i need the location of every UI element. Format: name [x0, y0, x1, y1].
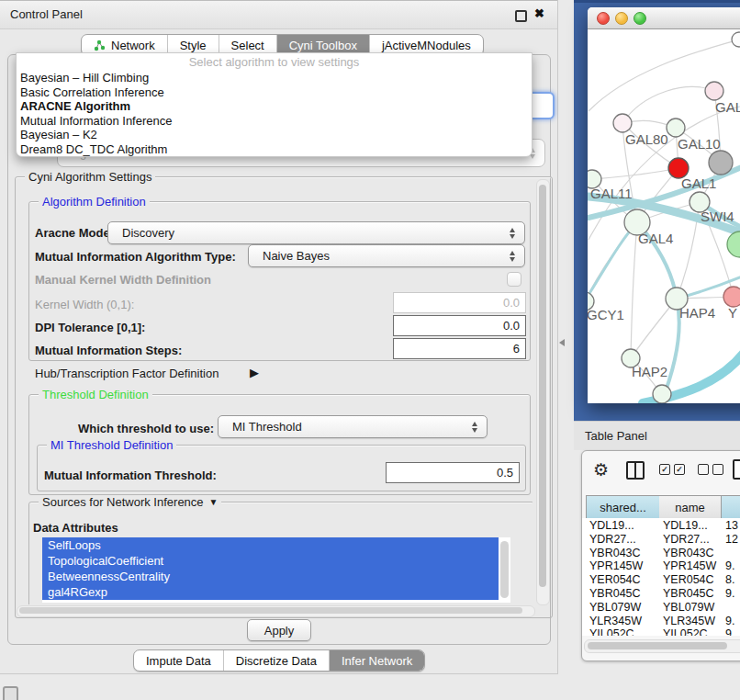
network-node-labels: GAL GAL80 GAL10 GAL1 GAL11 SWI4 GAL4 GCY…: [588, 99, 740, 379]
node-gray[interactable]: [709, 151, 733, 175]
table-row[interactable]: YBR043CYBR043C: [582, 547, 740, 560]
tab-impute-data[interactable]: Impute Data: [134, 650, 223, 671]
window-close-icon[interactable]: [597, 12, 610, 25]
attributes-scrollbar-thumb[interactable]: [500, 541, 509, 598]
mi-threshold-field[interactable]: 0.5: [386, 462, 520, 483]
algorithm-option[interactable]: Bayesian – K2: [17, 128, 532, 142]
mi-steps-field[interactable]: 6: [393, 338, 526, 359]
tab-infer-network[interactable]: Infer Network: [329, 650, 424, 671]
algorithm-definition-title: Algorithm Definition: [39, 195, 150, 209]
node-salmon[interactable]: [723, 287, 740, 307]
manual-kernel-checkbox[interactable]: [507, 272, 521, 287]
algorithm-option-selected[interactable]: ARACNE Algorithm: [17, 99, 532, 114]
mi-type-combobox[interactable]: Naive Bayes: [248, 244, 525, 267]
network-tab-icon: [94, 40, 106, 51]
node-label: GAL80: [625, 131, 668, 147]
split-columns-icon[interactable]: [626, 461, 645, 480]
kernel-width-label: Kernel Width (0,1):: [35, 298, 134, 311]
algorithm-placeholder: Select algorithm to view settings: [17, 53, 532, 71]
which-threshold-value: MI Threshold: [232, 420, 302, 434]
dpi-tolerance-label: DPI Tolerance [0,1]:: [35, 321, 145, 334]
aracne-mode-combobox[interactable]: Discovery: [107, 221, 525, 244]
tab-discretize-data[interactable]: Discretize Data: [223, 650, 329, 671]
unchecked-checkbox-icon[interactable]: [712, 464, 723, 475]
algorithm-option[interactable]: Mutual Information Inference: [17, 114, 532, 129]
table-row[interactable]: YBL079WYBL079W: [582, 601, 740, 615]
attribute-item[interactable]: TopologicalCoefficient: [42, 553, 499, 569]
table-panel-title: Table Panel: [585, 429, 647, 443]
settings-vscrollbar[interactable]: [536, 179, 550, 605]
node-gal80[interactable]: [613, 114, 632, 132]
gear-icon[interactable]: ⚙: [593, 459, 609, 480]
screen: Control Panel ✖ Network Style Select Cyn…: [0, 0, 740, 700]
apply-button[interactable]: Apply: [247, 619, 311, 641]
float-window-icon[interactable]: [515, 10, 527, 22]
settings-vscrollbar-thumb[interactable]: [539, 185, 546, 587]
table-hscrollbar-thumb[interactable]: [588, 642, 727, 649]
attribute-item[interactable]: gal4RGexp: [42, 584, 499, 600]
node-label: HAP4: [679, 305, 715, 321]
settings-hscrollbar[interactable]: [17, 605, 535, 617]
table-row[interactable]: YIL052CYIL052C9: [582, 627, 740, 636]
network-desktop: GAL GAL80 GAL10 GAL1 GAL11 SWI4 GAL4 GCY…: [574, 0, 740, 423]
window-zoom-icon[interactable]: [633, 12, 646, 25]
window-minimize-icon[interactable]: [615, 12, 628, 25]
network-view-window[interactable]: GAL GAL80 GAL10 GAL1 GAL11 SWI4 GAL4 GCY…: [588, 7, 740, 402]
aracne-mode-value: Discovery: [122, 226, 174, 240]
algorithm-option[interactable]: Dream8 DC_TDC Algorithm: [17, 142, 532, 157]
bottom-tabbar: Impute Data Discretize Data Infer Networ…: [133, 649, 425, 672]
sources-title: Sources for Network Inference: [42, 496, 204, 509]
node-green[interactable]: [727, 231, 740, 257]
checked-checkbox-icon[interactable]: ✓: [674, 464, 685, 475]
unchecked-checkbox-icon[interactable]: [698, 464, 709, 475]
mi-threshold-title: MI Threshold Definition: [47, 438, 176, 452]
algorithm-option[interactable]: Bayesian – Hill Climbing: [17, 71, 532, 85]
combo-spinner-icon: [510, 251, 516, 262]
node-label: GCY1: [588, 307, 624, 322]
docked-panel-icon[interactable]: [3, 686, 18, 700]
mi-steps-label: Mutual Information Steps:: [35, 344, 182, 357]
table-row[interactable]: YDL19...YDL19...13: [582, 519, 740, 533]
table-row[interactable]: YER054CYER054C8.: [582, 573, 740, 587]
table-row[interactable]: YDR27...YDR27...12: [582, 533, 740, 547]
tab-network-label: Network: [111, 39, 155, 52]
mi-type-label: Mutual Information Algorithm Type:: [35, 250, 236, 264]
splitter-collapse-icon[interactable]: [559, 339, 565, 346]
control-panel-titlebar: Control Panel ✖: [0, 0, 557, 29]
attribute-item[interactable]: BetweennessCentrality: [42, 569, 499, 584]
node[interactable]: [653, 385, 671, 403]
hub-collapsed-arrow-icon[interactable]: ▶: [250, 366, 259, 379]
table-row[interactable]: YPR145WYPR145W9.: [582, 559, 740, 573]
mi-type-value: Naive Bayes: [263, 249, 330, 263]
column-header-partial[interactable]: [722, 495, 740, 519]
node-gal[interactable]: [705, 82, 723, 100]
data-attributes-label: Data Attributes: [33, 521, 118, 535]
kernel-width-field[interactable]: 0.0: [393, 292, 526, 313]
algorithm-option[interactable]: Basic Correlation Inference: [17, 85, 532, 100]
which-threshold-combobox[interactable]: MI Threshold: [218, 415, 488, 438]
node-gal10[interactable]: [667, 119, 685, 137]
cyni-settings-title: Cyni Algorithm Settings: [25, 170, 155, 184]
network-window-titlebar[interactable]: [588, 7, 740, 29]
sources-expanded-arrow-icon[interactable]: ▼: [209, 497, 219, 507]
table-toolbar: ⚙ ✓ ✓: [582, 451, 740, 491]
node[interactable]: [732, 32, 740, 47]
checked-checkbox-icon[interactable]: ✓: [659, 464, 670, 475]
network-canvas[interactable]: GAL GAL80 GAL10 GAL1 GAL11 SWI4 GAL4 GCY…: [588, 29, 740, 403]
control-panel-title: Control Panel: [10, 7, 83, 21]
hub-section-label: Hub/Transcription Factor Definition: [35, 367, 219, 380]
table-row[interactable]: YBR045CYBR045C9.: [582, 587, 740, 601]
dpi-tolerance-field[interactable]: 0.0: [393, 315, 526, 336]
node-label: HAP2: [632, 364, 667, 379]
attribute-item[interactable]: SelfLoops: [42, 537, 499, 553]
which-threshold-label: Which threshold to use:: [78, 422, 214, 435]
page-icon[interactable]: [733, 459, 740, 480]
column-header-name[interactable]: name: [659, 495, 722, 519]
table-hscrollbar[interactable]: [584, 639, 740, 653]
table-row[interactable]: YLR345WYLR345W9.: [582, 615, 740, 628]
node-label: SWI4: [701, 209, 734, 224]
settings-hscrollbar-thumb[interactable]: [19, 607, 522, 614]
node-label: GAL4: [638, 231, 673, 246]
column-header-shared[interactable]: shared...: [586, 495, 660, 519]
close-icon[interactable]: ✖: [534, 6, 544, 20]
